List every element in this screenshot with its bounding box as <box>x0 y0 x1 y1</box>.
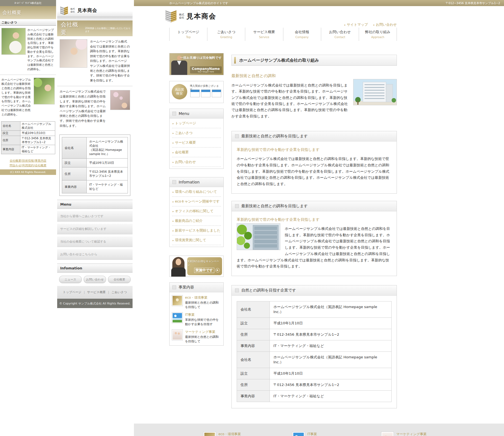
footer-link-service[interactable]: サービス概要 <box>87 290 106 294</box>
nav-item-approach[interactable]: 弊社の取り組み Approach <box>359 28 397 41</box>
sidebar-menu-company[interactable]: ▸会社概要 <box>172 148 221 157</box>
sitemap-link[interactable]: ▸サイトマップ <box>344 22 368 27</box>
mobile-company-table: 会社名 ホームページサンプル株式会社 設立 平成10年1月10日 住所 〒012… <box>1 121 55 154</box>
tablet-menu-item-contact[interactable]: お問い合わせはこちらから <box>57 249 133 260</box>
business-label: 事業内容 <box>62 180 87 193</box>
tablet-information-buttons: ニュース お問い合わせ 会社概要 <box>59 276 131 283</box>
mobile-footer-links: 会社概要|技術情報|事業内容 問合わせ|利用規約|会社概要 <box>0 158 56 167</box>
info-link-new-service[interactable]: ▸新規サービスを開始しました <box>172 226 221 235</box>
founded-label: 設立 <box>62 159 87 167</box>
founded-value: 平成10年1月10日 <box>20 131 55 136</box>
info-link-award[interactable]: ▸環境賞受賞に関して <box>172 235 221 245</box>
sidebar-menu-heading: Menu <box>170 109 223 119</box>
play-icon: ▶ <box>215 268 220 272</box>
arrow-icon: ▸ <box>173 132 174 135</box>
footer-it-link[interactable]: IT事業 <box>307 432 371 436</box>
address-value: 〒012-3456 見本県見本市サンプル1−2 <box>87 167 128 180</box>
footer-marketing-link[interactable]: マーケティング事業 <box>396 432 460 436</box>
eco-building-photo <box>237 223 280 250</box>
footer-link-top[interactable]: トップページ <box>63 290 81 294</box>
company-overview-button[interactable]: 会社概要 <box>108 276 131 283</box>
contact-button[interactable]: お問い合わせ <box>84 276 106 283</box>
news-button[interactable]: ニュース <box>59 276 82 283</box>
sidebar-menu-greeting[interactable]: ▸ごあいさつ <box>172 128 221 138</box>
business-item-eco[interactable]: eco・環境事業 最新技術と自然との調和を目指して <box>172 295 221 309</box>
website-thumbnail <box>201 90 210 97</box>
nav-item-company[interactable]: 会社情報 Company <box>283 28 321 41</box>
bullet-icon <box>235 288 239 292</box>
nav-item-greeting[interactable]: ごあいさつ Greeting <box>207 28 245 41</box>
nav-item-contact[interactable]: お問い合わせ Contact <box>321 28 359 41</box>
nav-item-service[interactable]: サービス概要 Service <box>245 28 283 41</box>
footer-business-columns: eco・環境事業 ホームページサンプル株式会社では最新技術と自然との調和を目指し… <box>204 432 504 436</box>
bullet-icon <box>235 134 239 138</box>
business-item-marketing[interactable]: マーケティング事業 最新技術と自然との調和を目指して <box>172 330 221 344</box>
mobile-footer-links-line-2[interactable]: 問合わせ|利用規約|会社概要 <box>10 164 47 167</box>
table-row: 事業内容IT・マーケティング・福祉など <box>237 340 392 352</box>
footer-eco-link[interactable]: eco・環境事業 <box>218 432 283 436</box>
nav-item-top[interactable]: トップページ Top <box>169 28 207 41</box>
tablet-preview-panel: 株式会社 見本商会 会社概要 20年間多くのお客様にご愛顧いただいております ホ… <box>57 4 133 308</box>
tablet-greeting-row-1: ホームページサンプル株式会社では最新技術と自然との調和を目指します。革新的な技術… <box>57 36 133 85</box>
tablet-copyright: © Copyright サンプル株式会社 All Rights Reseved. <box>57 299 133 308</box>
table-row: 事業内容 IT・マーケティング・福祉など <box>1 145 55 154</box>
quality-banner[interactable]: 高品質 格安 導入実績が多数ございます。 <box>169 81 224 103</box>
table-row: 住所〒012-3456 見本県見本市サンプル1−2 <box>237 379 392 391</box>
website-thumbnail <box>212 90 221 97</box>
info-link-new-products[interactable]: ▸最新商品のご紹介 <box>172 216 221 226</box>
woman-sakura-photo <box>60 39 87 68</box>
free-quote-banner[interactable]: 一括お見積りは完全無料です CompanyName Your Slogan he… <box>169 53 224 75</box>
company-name-label: 会社名 <box>1 122 20 131</box>
desktop-site-panel: ホームページサンプル株式会社のサイトです 〒012−3456 見本県見本市サンプ… <box>134 0 504 436</box>
page-canvas: ﾎｰﾑﾍﾟｰｼﾞ ｻﾝﾌﾟﾙ株式会社 会社概要 ごあいさつ ホームページサンプル… <box>0 0 504 436</box>
bullet-icon <box>235 204 239 208</box>
table-row: 住所 〒012-3456 見本県見本市サンプル1−2 <box>62 167 128 180</box>
table-row: 設立平成10年1月10日 <box>237 368 392 379</box>
business-item-it[interactable]: IT事業 革新的な技術で世の中を動かす企業を目指す <box>172 312 221 327</box>
sidebar-menu-top[interactable]: ▸トップページ <box>172 119 221 128</box>
header-strip <box>57 17 133 20</box>
tablet-menu-item-greeting[interactable]: 当社から皆様へごあいさつです <box>57 211 133 222</box>
info-link-eco-campaign[interactable]: ▸ecoキャンペーン開催中です <box>172 197 221 206</box>
contact-link[interactable]: ▸お問い合わせ <box>373 22 397 27</box>
tablet-menu-item-service[interactable]: サービスの詳細を解説しています <box>57 224 133 234</box>
arrow-icon: ▸ <box>173 200 174 203</box>
eco-hand-photo <box>204 432 216 436</box>
tablet-menu-item-company[interactable]: 当社の会社概要について確認する <box>57 237 133 247</box>
tablet-information-heading: Infomation <box>57 264 133 273</box>
sidebar-menu-contact[interactable]: ▸お問い合わせ <box>172 157 221 167</box>
info-link-environment[interactable]: ▸環境への取り組みについて <box>172 187 221 197</box>
table-row: 住所 〒012-3456 見本県見本市サンプル1−2 <box>1 136 55 145</box>
blue-sky-photo <box>292 432 305 436</box>
desktop-logo[interactable]: 株式会社 見本商会 <box>165 9 216 23</box>
tablet-logo[interactable]: 株式会社 見本商会 <box>57 4 133 17</box>
section-box-2: 最新技術と自然との調和を目指します 革新的な技術で世の中を動かす企業を目指します <box>231 201 397 276</box>
logo-company-prefix: 株式会社 <box>179 13 185 19</box>
mobile-greeting-row-2: ホームページサンプル株式会社では最新技術と自然との調和を目指します。革新的な技術… <box>0 77 56 118</box>
address-value: 〒012-3456 見本県見本市サンプル1−2 <box>20 136 55 145</box>
office-building-photo <box>353 79 397 105</box>
address-label: 住所 <box>62 167 87 180</box>
tablet-paragraph-1: ホームページサンプル株式会社では最新技術と自然との調和を目指します。革新的な技術… <box>90 39 130 83</box>
table-row: 設立平成10年1月10日 <box>237 318 392 329</box>
bullet-icon <box>172 285 176 289</box>
info-link-office-move[interactable]: ▸オフィスの移転に関して <box>172 206 221 216</box>
intro-heading: 最新技術と自然との調和 <box>231 73 397 78</box>
blue-sky-photo <box>172 312 183 323</box>
footer-link-greeting[interactable]: ごあいさつ <box>111 290 127 294</box>
utility-links: ▸サイトマップ ▸お問い合わせ <box>344 22 397 27</box>
arrow-icon: ▸ <box>173 210 174 213</box>
desktop-topbar: ホームページサンプル株式会社のサイトです 〒012−3456 見本県見本市サンプ… <box>134 0 504 6</box>
footer-column-eco: eco・環境事業 ホームページサンプル株式会社では最新技術と自然との調和を目指し… <box>204 432 283 436</box>
campaign-banner[interactable]: 大好評のお得なキャンペーン 実施中です ▶ <box>169 256 224 277</box>
campaign-line2: 実施中です ▶ <box>194 268 220 273</box>
mobile-page-title: 会社概要 <box>0 6 56 19</box>
bullet-icon <box>172 112 176 115</box>
banner-company-name: CompanyName <box>192 67 220 71</box>
mobile-footer-links-line-1[interactable]: 会社概要|技術情報|事業内容 <box>10 159 46 162</box>
arrow-icon: ▸ <box>173 151 174 154</box>
arrow-icon: ▸ <box>173 220 174 222</box>
sidebar-menu-service[interactable]: ▸サービス概要 <box>172 138 221 148</box>
arrow-icon: ▸ <box>173 122 174 125</box>
arrow-icon: ▸ <box>173 239 174 242</box>
